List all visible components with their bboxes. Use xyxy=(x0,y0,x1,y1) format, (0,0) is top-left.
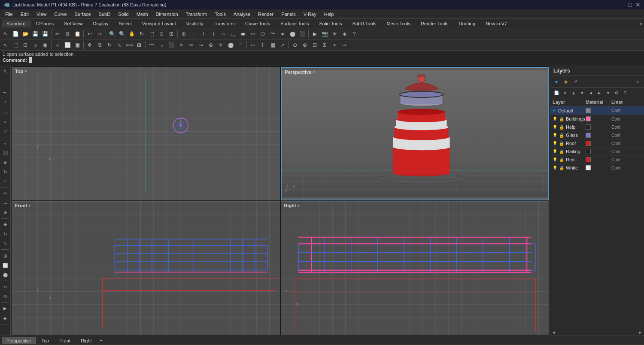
tab-select[interactable]: Select xyxy=(114,20,137,27)
layer-color-railing[interactable] xyxy=(586,149,591,154)
menu-edit[interactable]: Edit xyxy=(17,11,32,18)
menu-dimension[interactable]: Dimension xyxy=(152,11,182,18)
menu-transform[interactable]: Transform xyxy=(182,11,211,18)
tb2-scale[interactable]: ⤡ xyxy=(115,40,124,50)
tb2-copy2[interactable]: ⧉ xyxy=(95,40,104,50)
layers-color-btn[interactable]: ● xyxy=(553,78,560,85)
menu-render[interactable]: Render xyxy=(255,11,277,18)
tb-help[interactable]: ? xyxy=(349,29,359,39)
tool-scale[interactable]: ⤡ xyxy=(0,239,10,248)
viewport-top-label[interactable]: Top ▼ xyxy=(15,69,27,74)
menu-view[interactable]: View xyxy=(33,11,50,18)
tb2-join[interactable]: ⊕ xyxy=(206,40,216,50)
tb2-split[interactable]: ⊸ xyxy=(196,40,206,50)
tb-material[interactable]: ◈ xyxy=(340,29,349,39)
tb2-explode[interactable]: ✳ xyxy=(216,40,225,50)
tool-join[interactable]: ⊕ xyxy=(0,208,10,217)
tb-zoom-window[interactable]: ⬚ xyxy=(147,29,156,39)
tb-cut[interactable]: ✂ xyxy=(53,29,62,39)
tb-zoom-all[interactable]: ⊞ xyxy=(167,29,176,39)
tb2-fillet[interactable]: ◜ xyxy=(236,40,245,50)
tb2-select[interactable]: ↖ xyxy=(1,40,10,50)
tb2-mirror[interactable]: ⟺ xyxy=(125,40,134,50)
tb-line[interactable]: / xyxy=(199,29,208,39)
tb-zoom-in[interactable]: 🔍 xyxy=(107,29,117,39)
tab-display[interactable]: Display xyxy=(88,20,113,27)
tb2-crossing-sel[interactable]: ⊡ xyxy=(21,40,30,50)
viewport-perspective[interactable]: Perspective ▼ xyxy=(281,67,549,200)
tb2-group[interactable]: ⬜ xyxy=(63,40,72,50)
tb2-snap2[interactable]: ⊕ xyxy=(300,40,310,50)
layers-add[interactable]: 📄 xyxy=(553,89,560,97)
layer-row-buildings[interactable]: 💡 🔒 Buildings Cont xyxy=(550,115,644,123)
tool-curve[interactable]: 〜 xyxy=(0,88,10,97)
tb2-paint[interactable]: ◉ xyxy=(40,40,50,50)
tab-drafting[interactable]: Drafting xyxy=(454,20,480,27)
tool-point[interactable]: · xyxy=(0,76,10,85)
tab-curve-tools[interactable]: Curve Tools xyxy=(240,20,275,27)
layer-row-default[interactable]: ✓ Default Cont xyxy=(550,106,644,115)
layer-row-roof[interactable]: 💡 🔒 Roof Cont xyxy=(550,139,644,148)
layers-props[interactable]: ⚙ xyxy=(613,89,620,97)
tab-cplanes[interactable]: CPlanes xyxy=(31,20,59,27)
tab-standard[interactable]: Standard xyxy=(2,20,30,27)
tb-polyline[interactable]: ⌇ xyxy=(209,29,218,39)
tab-new-v7[interactable]: New in V7 xyxy=(481,20,512,27)
btab-perspective[interactable]: Perspective xyxy=(2,337,36,344)
minimize-button[interactable]: ─ xyxy=(621,1,625,8)
tb-box[interactable]: ⬛ xyxy=(298,29,307,39)
tb2-snap5[interactable]: ⌖ xyxy=(330,40,339,50)
layer-color-glass[interactable] xyxy=(586,133,591,138)
layer-color-default[interactable] xyxy=(586,108,591,113)
menu-help[interactable]: Help xyxy=(321,11,337,18)
tool-revolve[interactable]: ↻ xyxy=(0,167,10,176)
layers-next[interactable]: ► xyxy=(595,89,603,97)
tb2-solid[interactable]: ⬛ xyxy=(167,40,176,50)
viewport-perspective-label[interactable]: Perspective ▼ xyxy=(285,70,316,75)
tool-gumball[interactable]: ⊞ xyxy=(0,251,10,260)
tb2-extract[interactable]: ⬤ xyxy=(226,40,235,50)
tool-split[interactable]: ⊸ xyxy=(0,199,10,208)
tb2-snap3[interactable]: ⊡ xyxy=(310,40,319,50)
command-input-line[interactable]: Command: xyxy=(3,57,641,63)
btab-right[interactable]: Right xyxy=(76,337,97,344)
layer-row-white[interactable]: 💡 🔒 White Cont xyxy=(550,164,644,172)
tb2-ungroup[interactable]: ▣ xyxy=(73,40,82,50)
tool-trim[interactable]: ✂ xyxy=(0,189,10,198)
tb2-leader[interactable]: ↗ xyxy=(278,40,287,50)
tb2-snap4[interactable]: ⊞ xyxy=(320,40,329,50)
maximize-button[interactable]: □ xyxy=(629,1,632,8)
tb-save[interactable]: 💾 xyxy=(30,29,40,39)
layers-prev[interactable]: ◄ xyxy=(587,89,595,97)
menu-panels[interactable]: Panels xyxy=(278,11,299,18)
scroll-right-btn[interactable]: ► xyxy=(638,330,642,335)
tb2-hatch[interactable]: ▦ xyxy=(268,40,277,50)
tb-pan[interactable]: ✋ xyxy=(127,29,137,39)
tb-cylinder[interactable]: ⬤ xyxy=(288,29,297,39)
menu-file[interactable]: File xyxy=(2,11,16,18)
tab-render-tools[interactable]: Render Tools xyxy=(416,20,453,27)
tb2-dimension[interactable]: ⇿ xyxy=(248,40,258,50)
layer-color-roof[interactable] xyxy=(586,141,591,146)
tool-move[interactable]: ✥ xyxy=(0,220,10,229)
tb2-mesh[interactable]: ⌗ xyxy=(176,40,186,50)
tool-surface[interactable]: ⬦ xyxy=(0,139,10,148)
tab-viewport-layout[interactable]: Viewport Layout xyxy=(137,20,181,27)
tb2-move[interactable]: ✥ xyxy=(85,40,94,50)
tool-line[interactable]: / xyxy=(0,98,10,107)
layers-scroll-right[interactable]: » xyxy=(634,78,641,85)
tb-sphere[interactable]: ● xyxy=(278,29,287,39)
toolbar-expand[interactable]: » xyxy=(640,21,642,26)
tb-copy[interactable]: ⧉ xyxy=(63,29,72,39)
viewport-right-label[interactable]: Right ▼ xyxy=(284,203,301,208)
tb-redo[interactable]: ↪ xyxy=(95,29,104,39)
menu-surface[interactable]: Surface xyxy=(71,11,94,18)
tool-extrude[interactable]: ⬛ xyxy=(0,148,10,157)
tb2-trim[interactable]: ✂ xyxy=(186,40,196,50)
tb2-snap6[interactable]: ⊸ xyxy=(340,40,349,50)
tool-analyze[interactable]: ◎ xyxy=(0,292,10,301)
tool-rotate[interactable]: ↻ xyxy=(0,230,10,239)
viewport-right[interactable]: Right ▼ xyxy=(281,201,549,335)
layer-row-railing[interactable]: 💡 🔒 Railing Cont xyxy=(550,148,644,156)
viewport-front-label[interactable]: Front ▼ xyxy=(15,203,31,208)
